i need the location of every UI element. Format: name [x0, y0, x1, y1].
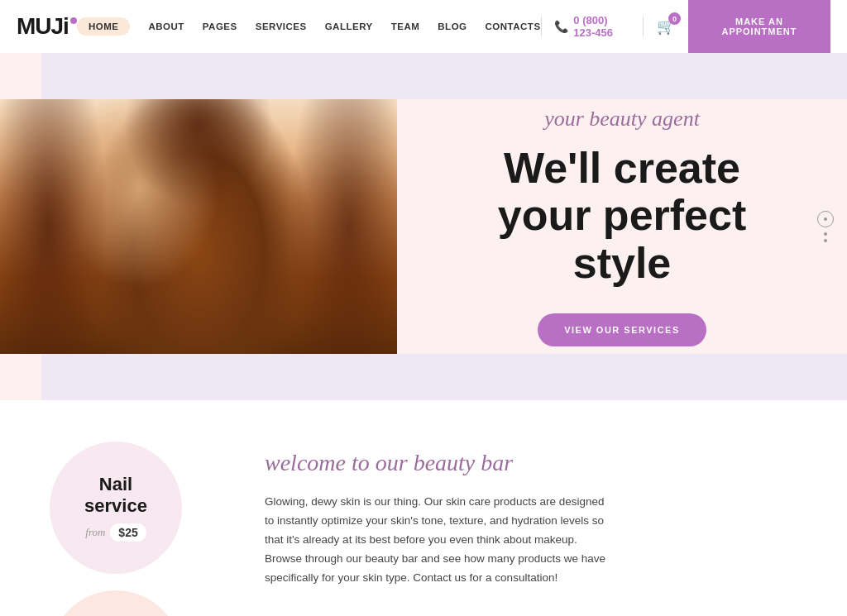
phone-icon: 📞	[554, 20, 568, 33]
main-nav: HOME ABOUT PAGES SERVICES GALLERY TEAM B…	[77, 17, 541, 36]
nail-service-card[interactable]: Nailservice from $25	[50, 442, 182, 574]
nav-item-gallery[interactable]: GALLERY	[325, 21, 373, 31]
scroll-indicator	[817, 211, 834, 242]
welcome-body: Glowing, dewy skin is our thing. Our ski…	[265, 493, 612, 588]
hero-subtitle: your beauty agent	[544, 107, 700, 131]
scroll-inner-dot	[824, 217, 827, 221]
header-divider-1	[541, 17, 542, 36]
services-welcome-section: Nailservice from $25 Hair welcome to our…	[0, 400, 847, 616]
nav-item-services[interactable]: SERVICES	[256, 21, 307, 31]
header: MUJi HOME ABOUT PAGES SERVICES GALLERY T…	[0, 0, 847, 53]
appointment-button[interactable]: MAKE AN APPOINTMENT	[688, 0, 830, 53]
nail-service-price-row: from $25	[85, 523, 146, 542]
scroll-dot-2	[824, 239, 827, 242]
cart-button[interactable]: 🛒 0	[657, 17, 675, 36]
hero-cta-button[interactable]: VIEW OUR SERVICES	[538, 313, 706, 346]
nav-item-blog[interactable]: BLOG	[438, 21, 467, 31]
hero-title-line2: your perfect	[498, 191, 747, 239]
phone-number: 0 (800) 123-456	[573, 14, 629, 39]
logo[interactable]: MUJi	[17, 13, 77, 40]
scroll-dots	[824, 232, 827, 242]
hero-portrait	[0, 99, 397, 354]
hair-service-card[interactable]: Hair	[50, 590, 182, 616]
phone-link[interactable]: 📞 0 (800) 123-456	[554, 14, 629, 39]
header-right: 📞 0 (800) 123-456 🛒 0 MAKE AN APPOINTMEN…	[541, 0, 830, 53]
services-left: Nailservice from $25 Hair	[50, 442, 215, 616]
hero-section: your beauty agent We'll create your perf…	[0, 53, 847, 400]
nav-item-pages[interactable]: PAGES	[203, 21, 237, 31]
nav-item-home[interactable]: HOME	[77, 17, 131, 36]
nail-service-title: Nailservice	[84, 474, 147, 518]
hero-title: We'll create your perfect style	[498, 145, 747, 287]
hero-image	[0, 99, 397, 354]
nav-item-contacts[interactable]: CONTACTS	[486, 21, 541, 31]
welcome-section: welcome to our beauty bar Glowing, dewy …	[265, 442, 797, 588]
nail-from-label: from	[85, 526, 105, 539]
logo-dot	[70, 17, 77, 24]
scroll-circle	[817, 211, 834, 227]
hero-title-line3: style	[573, 239, 672, 287]
welcome-subtitle: welcome to our beauty bar	[265, 450, 797, 476]
nav-item-team[interactable]: TEAM	[391, 21, 420, 31]
hero-content: your beauty agent We'll create your perf…	[397, 53, 847, 400]
scroll-dot-1	[824, 232, 827, 236]
nail-price-badge: $25	[110, 523, 146, 542]
hero-title-line1: We'll create	[504, 144, 740, 192]
cart-badge: 0	[668, 12, 681, 25]
nav-item-about[interactable]: ABOUT	[148, 21, 184, 31]
header-divider-2	[643, 17, 644, 36]
logo-text: MUJi	[17, 13, 69, 40]
